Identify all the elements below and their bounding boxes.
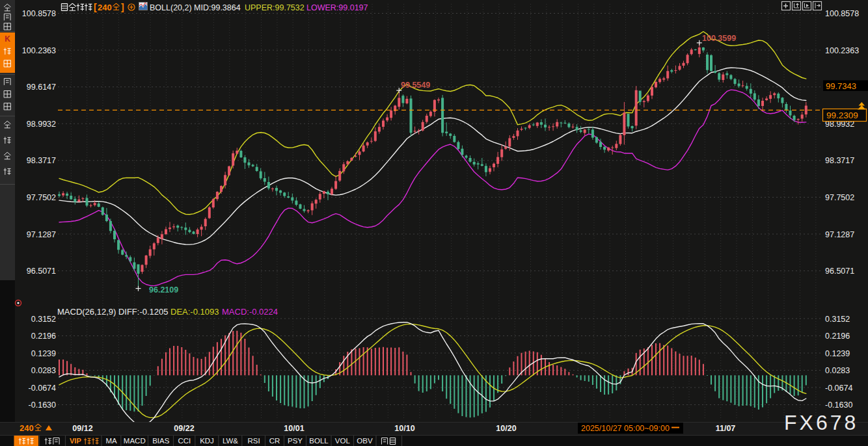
svg-text:99.2309: 99.2309 xyxy=(826,111,858,120)
svg-text:97.1287: 97.1287 xyxy=(825,230,854,239)
svg-text:LW&: LW& xyxy=(223,437,238,445)
svg-text:LOWER:99.0197: LOWER:99.0197 xyxy=(306,3,368,12)
svg-text:240: 240 xyxy=(20,423,34,433)
svg-text:DEA:-0.1093: DEA:-0.1093 xyxy=(170,307,219,317)
svg-text:99.7343: 99.7343 xyxy=(826,81,856,91)
svg-text:97.7502: 97.7502 xyxy=(825,193,854,202)
svg-text:97.1287: 97.1287 xyxy=(27,230,56,239)
svg-text:0.2196: 0.2196 xyxy=(825,332,850,341)
svg-text:96.5071: 96.5071 xyxy=(27,267,56,276)
svg-text:FX678: FX678 xyxy=(784,411,858,434)
svg-text:RSI: RSI xyxy=(247,437,260,445)
svg-text:PSY: PSY xyxy=(288,437,303,445)
svg-text:BIAS: BIAS xyxy=(152,437,170,445)
svg-text:K: K xyxy=(5,34,10,44)
svg-text:MACD:-0.0224: MACD:-0.0224 xyxy=(222,307,278,317)
svg-text:BOLL: BOLL xyxy=(309,437,329,445)
svg-text:BOLL(20,2) MID:99.3864: BOLL(20,2) MID:99.3864 xyxy=(150,3,241,12)
svg-text:0.3152: 0.3152 xyxy=(825,315,850,324)
svg-text:0.1239: 0.1239 xyxy=(31,349,56,358)
svg-text:VIP: VIP xyxy=(70,437,81,445)
svg-text:[: [ xyxy=(94,2,97,12)
svg-text:09/22: 09/22 xyxy=(174,424,194,433)
svg-text:KDJ: KDJ xyxy=(200,437,214,445)
svg-text:96.5071: 96.5071 xyxy=(825,267,854,276)
svg-text:11/07: 11/07 xyxy=(716,424,736,433)
svg-text:100.3599: 100.3599 xyxy=(702,34,736,43)
svg-text:]: ] xyxy=(121,2,124,12)
svg-text:-0.1630: -0.1630 xyxy=(825,400,852,410)
svg-text:0.2196: 0.2196 xyxy=(31,332,56,341)
svg-text:-0.1630: -0.1630 xyxy=(29,400,56,410)
svg-text:-0.0674: -0.0674 xyxy=(825,384,852,393)
svg-text:0.0283: 0.0283 xyxy=(825,366,850,375)
svg-text:VOL: VOL xyxy=(335,437,351,445)
svg-text:100.2363: 100.2363 xyxy=(825,46,859,55)
svg-text:MACD: MACD xyxy=(124,437,146,445)
svg-text:0.1239: 0.1239 xyxy=(825,349,850,358)
svg-text:240: 240 xyxy=(98,3,112,12)
svg-text:98.3717: 98.3717 xyxy=(27,156,56,165)
svg-text:UPPER:99.7532: UPPER:99.7532 xyxy=(245,3,305,12)
svg-text:CCI: CCI xyxy=(178,437,191,445)
svg-text:-0.0674: -0.0674 xyxy=(29,384,56,393)
svg-text:98.3717: 98.3717 xyxy=(825,156,854,165)
svg-text:100.8578: 100.8578 xyxy=(825,9,859,18)
svg-text:10/01: 10/01 xyxy=(284,424,304,433)
svg-text:OBV: OBV xyxy=(357,437,373,445)
svg-text:98.9932: 98.9932 xyxy=(27,120,56,129)
svg-text:10/10: 10/10 xyxy=(394,424,414,433)
svg-text:0.3152: 0.3152 xyxy=(31,315,56,324)
svg-text:96.2109: 96.2109 xyxy=(149,285,178,295)
svg-text:10/20: 10/20 xyxy=(496,424,516,433)
svg-text:CR: CR xyxy=(269,437,280,445)
svg-text:100.8578: 100.8578 xyxy=(22,9,56,18)
svg-text:09/12: 09/12 xyxy=(72,424,92,433)
svg-text:MA: MA xyxy=(105,437,117,445)
svg-text:2025/10/27 05:00~09:00: 2025/10/27 05:00~09:00 xyxy=(581,424,670,433)
svg-text:99.5549: 99.5549 xyxy=(401,81,430,90)
svg-text:99.6147: 99.6147 xyxy=(27,83,56,92)
svg-text:0.0283: 0.0283 xyxy=(31,366,56,375)
svg-text:MACD(26,12,9) DIFF:-0.1205: MACD(26,12,9) DIFF:-0.1205 xyxy=(57,307,169,317)
svg-text:100.2363: 100.2363 xyxy=(22,46,56,55)
svg-text:97.7502: 97.7502 xyxy=(27,193,56,202)
